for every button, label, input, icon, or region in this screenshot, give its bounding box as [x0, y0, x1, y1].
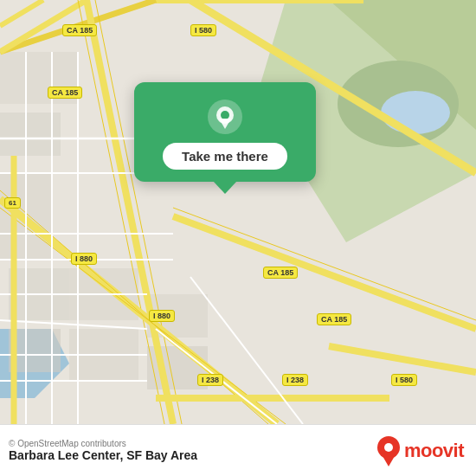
- road-label-i580-bottom: I 580: [391, 374, 417, 386]
- svg-point-4: [381, 91, 450, 134]
- road-label-i880-mid: I 880: [71, 253, 97, 265]
- road-label-i880-lower: I 880: [149, 310, 175, 322]
- road-label-ca185-top: CA 185: [62, 24, 97, 36]
- location-popup: Take me there: [134, 82, 316, 182]
- bottom-bar: © OpenStreetMap contributors Barbara Lee…: [0, 424, 476, 476]
- map-area: CA 185 I 580 CA 185 61 I 880 I 880 CA 18…: [0, 0, 476, 424]
- road-label-ca61: 61: [4, 197, 21, 209]
- road-label-ca185-mid: CA 185: [48, 87, 82, 99]
- bottom-left-info: © OpenStreetMap contributors Barbara Lee…: [9, 439, 197, 462]
- moovit-pin-icon: [376, 435, 401, 466]
- location-title: Barbara Lee Center, SF Bay Area: [9, 448, 197, 462]
- road-label-ca185-lower: CA 185: [263, 267, 298, 279]
- svg-point-50: [384, 443, 393, 452]
- moovit-logo: moovit: [376, 435, 464, 466]
- svg-point-47: [221, 111, 229, 119]
- road-label-i238-left: I 238: [197, 374, 223, 386]
- road-label-ca185-lower2: CA 185: [317, 313, 351, 325]
- road-label-i580-top: I 580: [190, 24, 216, 36]
- take-me-there-button[interactable]: Take me there: [163, 143, 287, 170]
- map-svg: [0, 0, 476, 424]
- moovit-brand-text: moovit: [404, 440, 464, 462]
- location-pin-icon: [206, 98, 244, 136]
- road-label-i238-right: I 238: [282, 374, 308, 386]
- svg-marker-51: [383, 456, 395, 466]
- copyright-text: © OpenStreetMap contributors: [9, 439, 197, 448]
